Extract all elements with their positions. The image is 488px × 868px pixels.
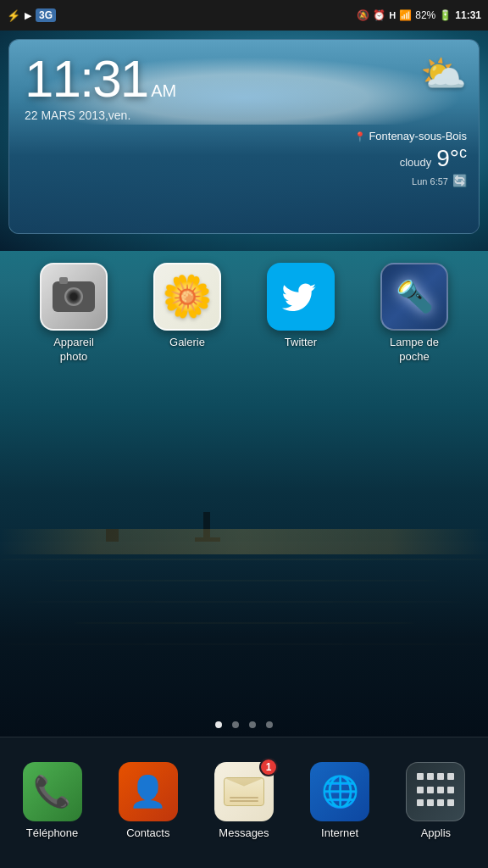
- envelope-body: [224, 777, 264, 806]
- grid-dot: [437, 787, 444, 793]
- grid-dot: [417, 799, 424, 806]
- envelope-line: [230, 800, 258, 802]
- page-dot-1[interactable]: [215, 721, 222, 728]
- phone-symbol: 📞: [33, 774, 71, 810]
- contacts-icon[interactable]: 👤: [119, 762, 178, 821]
- envelope-flap: [225, 778, 263, 792]
- weather-location: 📍 Fontenay-sous-Bois: [354, 130, 467, 142]
- messages-badge: 1: [259, 758, 278, 776]
- contacts-label: Contacts: [126, 826, 169, 839]
- signal-h-icon: H: [389, 10, 396, 20]
- internet-label: Internet: [321, 826, 358, 839]
- flashlight-icon[interactable]: 🔦: [380, 263, 448, 331]
- weather-sunrise: Lun 6:57 🔄: [354, 174, 467, 187]
- person-symbol: 👤: [129, 774, 167, 810]
- page-dot-2[interactable]: [232, 721, 239, 728]
- play-icon: ▶: [25, 10, 31, 21]
- page-dots: [0, 721, 488, 728]
- twitter-label: Twitter: [285, 336, 317, 350]
- globe-symbol: 🌐: [321, 774, 359, 810]
- page-dot-3[interactable]: [249, 721, 256, 728]
- dock-messages[interactable]: 1 Messages: [202, 762, 286, 839]
- grid-dot: [447, 787, 454, 793]
- grid-dot: [417, 773, 424, 780]
- apps-grid: [417, 773, 454, 810]
- usb-icon: ⚡: [7, 9, 20, 22]
- gallery-label: Galerie: [169, 336, 205, 350]
- dock: 📞 Téléphone 👤 Contacts 1 Messages 🌐: [0, 737, 488, 868]
- weather-condition: cloudy: [400, 156, 432, 169]
- grid-dot: [427, 799, 434, 806]
- apps-label: Applis: [421, 826, 451, 839]
- gallery-icon[interactable]: 🌼: [153, 263, 221, 331]
- app-gallery[interactable]: 🌼 Galerie: [141, 263, 234, 364]
- camera-body: [53, 281, 95, 312]
- grid-dot: [427, 773, 434, 780]
- water-reflection: [0, 542, 488, 737]
- grid-dot: [447, 773, 454, 780]
- dock-contacts[interactable]: 👤 Contacts: [106, 762, 191, 839]
- twitter-bird-svg: [282, 278, 319, 315]
- grid-dot: [447, 799, 454, 806]
- apps-row: Appareil photo 🌼 Galerie Twitter 🔦 Lampe…: [0, 263, 488, 364]
- envelope-line: [230, 797, 258, 798]
- apps-icon[interactable]: [406, 762, 465, 821]
- flower-icon: 🌼: [162, 273, 213, 320]
- dock-phone[interactable]: 📞 Téléphone: [10, 762, 95, 839]
- grid-dot: [417, 787, 424, 793]
- camera-lens: [64, 287, 83, 306]
- grid-dot: [437, 799, 444, 806]
- twitter-icon[interactable]: [267, 263, 335, 331]
- phone-label: Téléphone: [26, 826, 78, 839]
- envelope-lines: [225, 797, 263, 802]
- grid-dot: [427, 787, 434, 793]
- weather-section: ⛅ 📍 Fontenay-sous-Bois cloudy 9°c Lun 6:…: [354, 52, 467, 187]
- status-bar: ⚡ ▶ 3G 🔕 ⏰ H 📶 82% 🔋 11:31: [0, 0, 488, 31]
- weather-widget[interactable]: 11:31 AM 22 MARS 2013,ven. ⛅ 📍 Fontenay-…: [8, 39, 480, 234]
- weather-cloud-icon: ⛅: [354, 52, 467, 96]
- status-right: 🔕 ⏰ H 📶 82% 🔋 11:31: [357, 9, 481, 21]
- internet-icon[interactable]: 🌐: [310, 762, 369, 821]
- messages-icon[interactable]: 1: [214, 762, 274, 821]
- network-label: 3G: [36, 8, 56, 22]
- mute-icon: 🔕: [357, 9, 369, 21]
- signal-bars-icon: 📶: [399, 9, 412, 21]
- weather-temp-container: cloudy 9°c: [354, 144, 467, 172]
- flashlight-symbol: 🔦: [396, 279, 434, 314]
- battery-icon: 🔋: [439, 9, 452, 21]
- flashlight-label: Lampe de poche: [390, 336, 439, 364]
- widget-ampm: AM: [151, 81, 176, 101]
- app-twitter[interactable]: Twitter: [254, 263, 347, 364]
- battery-label: 82%: [415, 9, 435, 21]
- app-camera[interactable]: Appareil photo: [27, 263, 120, 364]
- phone-icon[interactable]: 📞: [23, 762, 82, 821]
- refresh-icon: 🔄: [452, 174, 467, 187]
- widget-content: 11:31 AM 22 MARS 2013,ven. ⛅ 📍 Fontenay-…: [9, 40, 479, 233]
- camera-icon[interactable]: [40, 263, 108, 331]
- weather-temp: 9°c: [436, 144, 467, 172]
- camera-label: Appareil photo: [53, 336, 94, 364]
- camera-flash: [59, 277, 68, 284]
- page-dot-4[interactable]: [266, 721, 273, 728]
- alarm-icon: ⏰: [373, 9, 385, 21]
- grid-dot: [437, 773, 444, 780]
- messages-label: Messages: [219, 826, 269, 839]
- clock-display: 11:31: [455, 9, 481, 21]
- status-left: ⚡ ▶ 3G: [7, 8, 56, 22]
- dock-apps[interactable]: Applis: [393, 762, 478, 839]
- widget-time: 11:31: [25, 53, 147, 105]
- app-flashlight[interactable]: 🔦 Lampe de poche: [368, 263, 461, 364]
- dock-internet[interactable]: 🌐 Internet: [297, 762, 382, 839]
